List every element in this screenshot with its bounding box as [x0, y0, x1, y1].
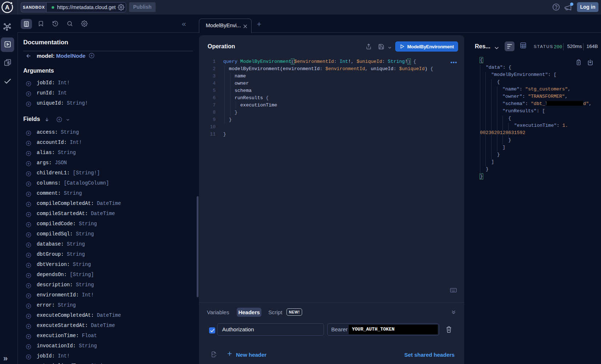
svg-text:A: A	[5, 4, 9, 11]
